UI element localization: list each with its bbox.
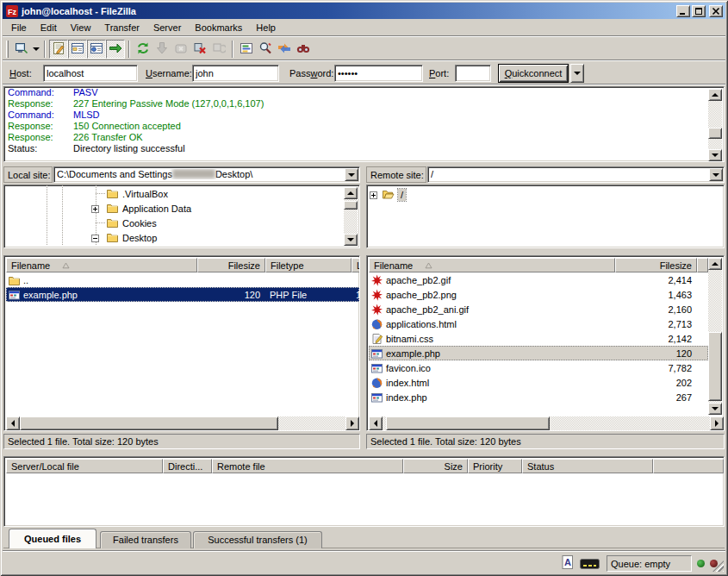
scroll-up-button[interactable] (708, 258, 722, 270)
queue-column-server-local-file[interactable]: Server/Local file (6, 459, 163, 473)
scroll-thumb[interactable] (20, 416, 278, 430)
remote-status-text: Selected 1 file. Total size: 120 bytes (366, 434, 725, 449)
menu-item-help[interactable]: Help (249, 21, 283, 35)
file-row-example.php[interactable]: example.php120 (369, 346, 708, 360)
column-header-filename[interactable]: Filename (369, 258, 615, 272)
password-input[interactable] (334, 65, 423, 82)
menu-item-edit[interactable]: Edit (34, 21, 64, 35)
file-row-example.php[interactable]: example.php120PHP File1 (6, 287, 359, 302)
scroll-up-button[interactable] (708, 89, 722, 101)
scroll-down-button[interactable] (708, 403, 722, 415)
scroll-down-button[interactable] (708, 149, 722, 161)
file-row-apache-pb2.gif[interactable]: apache_pb2.gif2,414 (369, 272, 708, 287)
queue-column-size[interactable]: Size (403, 459, 468, 473)
sort-ascending-icon (62, 262, 70, 269)
file-row-..[interactable]: .. (6, 272, 359, 287)
queue-column-directi-[interactable]: Directi... (163, 459, 212, 473)
column-header-l[interactable]: L (352, 258, 360, 272)
synchronized-browsing-button[interactable] (275, 40, 294, 59)
disconnect-button[interactable] (190, 40, 209, 59)
scroll-thumb[interactable] (386, 416, 550, 430)
scroll-thumb[interactable] (708, 128, 722, 139)
scroll-thumb[interactable] (708, 332, 722, 401)
file-name-cell: favicon.ico (369, 362, 615, 374)
scroll-down-button[interactable] (344, 234, 358, 246)
column-header-filetype[interactable]: Filetype (265, 258, 352, 272)
toggle-message-log-button[interactable] (49, 40, 68, 59)
tree-item-cookies[interactable]: Cookies (4, 216, 340, 230)
plus-expander-icon[interactable] (91, 204, 99, 212)
file-row-apache-pb2-ani.gif[interactable]: apache_pb2_ani.gif2,160 (369, 302, 708, 316)
minimize-button[interactable] (676, 5, 690, 17)
tab-queued-files[interactable]: Queued files (9, 529, 96, 548)
scroll-up-button[interactable] (344, 187, 358, 199)
file-search-button[interactable] (256, 40, 275, 59)
remote-site-combo[interactable]: / (427, 166, 725, 183)
toggle-transfer-queue-icon (109, 41, 122, 57)
reconnect-icon (212, 41, 226, 57)
maximize-button[interactable] (692, 5, 706, 17)
tree-item--virtualbox[interactable]: .VirtualBox (4, 186, 340, 201)
menu-item-transfer[interactable]: Transfer (97, 21, 146, 35)
cancel-operation-button[interactable] (171, 40, 190, 59)
toggle-remote-tree-button[interactable] (87, 40, 106, 59)
minus-expander-icon[interactable] (91, 234, 99, 241)
local-tree-scrollbar[interactable] (344, 187, 358, 246)
remote-tree-pane: / (366, 185, 725, 248)
file-row-applications.html[interactable]: applications.html2,713 (369, 316, 708, 331)
remote-list-vscrollbar[interactable] (708, 258, 722, 415)
remote-list-hscrollbar[interactable] (369, 416, 724, 430)
menu-item-view[interactable]: View (64, 21, 98, 35)
queue-tab-strip: Queued filesFailed transfersSuccessful t… (3, 529, 725, 548)
username-input[interactable] (192, 65, 279, 82)
quickconnect-button[interactable]: Quickconnect (498, 64, 569, 83)
column-header-filesize[interactable]: Filesize (615, 258, 697, 272)
column-header-filesize[interactable]: Filesize (197, 258, 265, 272)
tab-failed-transfers[interactable]: Failed transfers (100, 531, 191, 548)
close-button[interactable] (709, 5, 723, 17)
scroll-right-button[interactable] (345, 416, 359, 430)
refresh-button[interactable] (134, 40, 152, 59)
message-log-scrollbar[interactable] (708, 89, 722, 161)
local-site-dropdown-button[interactable] (345, 168, 358, 181)
toggle-transfer-queue-button[interactable] (106, 40, 125, 59)
scroll-thumb[interactable] (344, 201, 358, 210)
file-row-favicon.ico[interactable]: favicon.ico7,782 (369, 360, 708, 375)
queue-column-priority[interactable]: Priority (468, 459, 522, 473)
arrow-right-icon (715, 420, 719, 427)
tree-item-desktop[interactable]: Desktop (4, 230, 340, 245)
process-queue-button[interactable] (152, 40, 171, 59)
menu-item-bookmarks[interactable]: Bookmarks (188, 21, 249, 35)
scroll-left-button[interactable] (369, 416, 383, 430)
plus-expander-icon[interactable] (370, 191, 377, 198)
scroll-left-button[interactable] (6, 416, 20, 430)
queue-column-status[interactable]: Status (522, 459, 653, 473)
compare-directories-button[interactable] (294, 40, 313, 59)
tab-successful-transfers-1-[interactable]: Successful transfers (1) (193, 531, 322, 548)
file-row-index.html[interactable]: index.html202 (369, 375, 708, 390)
arrow-up-icon (712, 93, 719, 97)
port-input[interactable] (455, 65, 491, 82)
file-row-apache-pb2.png[interactable]: apache_pb2.png1,463 (369, 287, 708, 302)
file-row-bitnami.css[interactable]: bitnami.css2,142 (369, 331, 708, 346)
column-header-filename[interactable]: Filename (6, 258, 197, 272)
site-manager-button[interactable] (12, 40, 31, 59)
tree-item-root[interactable]: / (367, 187, 625, 202)
chevron-down-icon (33, 47, 40, 51)
directory-filters-button[interactable] (237, 40, 256, 59)
reconnect-button[interactable] (209, 40, 228, 59)
queue-column-remote-file[interactable]: Remote file (212, 459, 403, 473)
scroll-right-button[interactable] (710, 416, 724, 430)
local-list-hscrollbar[interactable] (6, 416, 359, 430)
toggle-local-tree-button[interactable] (68, 40, 87, 59)
site-manager-dropdown-button[interactable] (31, 40, 40, 59)
file-size-cell: 202 (615, 378, 697, 388)
file-row-index.php[interactable]: index.php267 (369, 390, 708, 404)
menu-item-file[interactable]: File (4, 21, 34, 35)
host-input[interactable] (43, 65, 138, 82)
quickconnect-dropdown-button[interactable] (570, 64, 584, 83)
local-site-combo[interactable]: C:\Documents and SettingsDesktop\ (53, 166, 360, 183)
remote-site-dropdown-button[interactable] (709, 168, 723, 181)
tree-item-application-data[interactable]: Application Data (4, 201, 340, 216)
menu-item-server[interactable]: Server (146, 21, 188, 35)
